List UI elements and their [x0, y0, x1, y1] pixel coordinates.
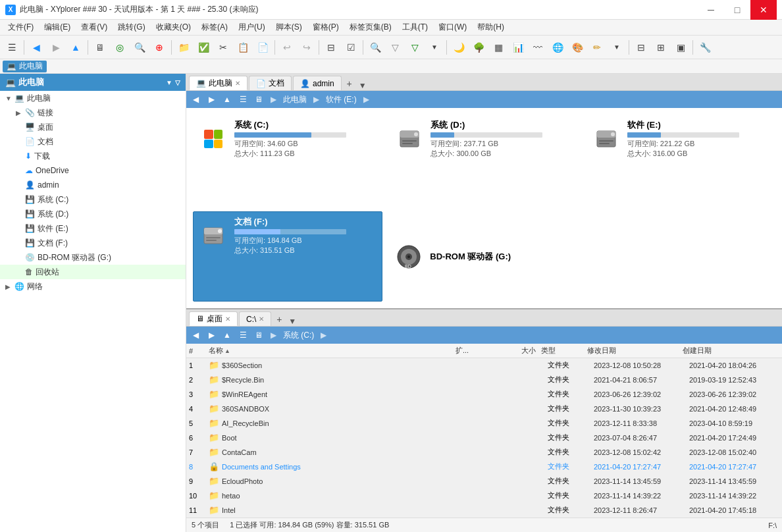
sidebar-item-network[interactable]: ▶ 🌐 网络: [0, 279, 186, 294]
tab-docs[interactable]: 📄 文档: [249, 76, 292, 90]
back-button[interactable]: ◀: [27, 38, 45, 57]
panel-button[interactable]: ⊟: [632, 38, 650, 57]
file-row-3[interactable]: 3 📁 $WinREAgent 文件夹 2023-06-26 12:39:02 …: [186, 387, 782, 402]
pen-dropdown[interactable]: ▼: [608, 38, 626, 57]
file-row-4[interactable]: 4 📁 360SANDBOX 文件夹 2023-11-30 10:39:23 2…: [186, 402, 782, 416]
sidebar-item-g[interactable]: ▶ 💿 BD-ROM 驱动器 (G:): [0, 250, 186, 265]
menubar-item-文件F[interactable]: 文件(F): [3, 20, 39, 34]
sidebar-item-downloads[interactable]: ▶ ⬇ 下载: [0, 149, 186, 163]
file-row-1[interactable]: 1 📁 $360Section 文件夹 2023-12-08 10:50:28 …: [186, 358, 782, 373]
nav-pc-button[interactable]: 🖥: [252, 93, 265, 106]
sidebar-item-desktop[interactable]: ▶ 🖥️ 桌面: [0, 120, 186, 134]
minimize-button[interactable]: ─: [698, 0, 724, 20]
sidebar-item-c[interactable]: ▶ 💾 系统 (C:): [0, 192, 186, 207]
pen-button[interactable]: ✏: [588, 38, 606, 57]
lower-tab-c[interactable]: C:\ ✕: [239, 311, 271, 326]
nav-menu-button[interactable]: ☰: [236, 93, 249, 106]
lower-nav-menu[interactable]: ☰: [236, 329, 249, 342]
sidebar-item-f[interactable]: ▶ 💾 文档 (F:): [0, 236, 186, 250]
menubar-item-用户U[interactable]: 用户(U): [233, 20, 271, 34]
file-row-8[interactable]: 8 🔒 Documents and Settings 文件夹 2021-04-2…: [186, 460, 782, 474]
path-item-e[interactable]: 软件 (E:): [325, 94, 358, 105]
folder-button[interactable]: 📁: [174, 38, 193, 57]
drive-f[interactable]: 文档 (F:) 可用空间: 184.84 GB 总大小: 315.51 GB: [193, 211, 382, 302]
file-row-10[interactable]: 10 📁 hetao 文件夹 2023-11-14 14:39:22 2023-…: [186, 489, 782, 503]
redo-button[interactable]: ↪: [298, 38, 316, 57]
undo-button[interactable]: ↩: [278, 38, 296, 57]
col-header-name[interactable]: 名称 ▲: [206, 346, 453, 356]
drive-d[interactable]: 系统 (D:) 可用空间: 237.71 GB 总大小: 300.00 GB: [389, 115, 579, 205]
sidebar-dropdown[interactable]: ▼: [166, 79, 172, 86]
preview-button[interactable]: 📊: [509, 38, 527, 57]
menubar-item-编辑E[interactable]: 编辑(E): [39, 20, 76, 34]
color-button[interactable]: 🎨: [568, 38, 586, 57]
forward-button[interactable]: ▶: [47, 38, 65, 57]
menubar-item-帮助H[interactable]: 帮助(H): [472, 20, 509, 34]
filter-button[interactable]: ▽: [386, 38, 404, 57]
tab-dropdown[interactable]: ▼: [359, 81, 367, 90]
col-header-modified[interactable]: 修改日期: [585, 346, 680, 356]
lower-tab-dropdown[interactable]: ▼: [288, 317, 296, 326]
menubar-item-跳转G[interactable]: 跳转(G): [113, 20, 150, 34]
panel3-button[interactable]: ▣: [671, 38, 690, 57]
menubar-item-收藏夹O[interactable]: 收藏夹(O): [151, 20, 196, 34]
drive-g[interactable]: BD BD-ROM 驱动器 (G:): [389, 211, 579, 302]
menu-icon[interactable]: ☰: [3, 38, 21, 57]
close-button[interactable]: ✕: [750, 0, 777, 20]
sidebar-item-onedrive[interactable]: ▶ ☁ OneDrive: [0, 163, 186, 178]
col-header-size[interactable]: 大小: [492, 346, 538, 356]
tools-button[interactable]: 🔧: [696, 38, 714, 57]
sidebar-item-d[interactable]: ▶ 💾 系统 (D:): [0, 207, 186, 221]
grid-button[interactable]: ▦: [489, 38, 508, 57]
paste-button[interactable]: 📄: [253, 38, 272, 57]
lower-nav-forward[interactable]: ▶: [205, 329, 218, 342]
drive-e[interactable]: 软件 (E:) 可用空间: 221.22 GB 总大小: 316.00 GB: [586, 115, 775, 205]
panel2-button[interactable]: ⊞: [652, 38, 670, 57]
refresh-button[interactable]: ◎: [111, 38, 129, 57]
tab-pc-close[interactable]: ✕: [235, 80, 240, 87]
tab-pc[interactable]: 💻 此电脑 ✕: [189, 76, 248, 90]
wave-button[interactable]: 〰: [529, 38, 547, 57]
nav-forward-button[interactable]: ▶: [205, 93, 218, 106]
tab-admin[interactable]: 👤 admin: [293, 76, 342, 90]
copy-button[interactable]: 📋: [234, 38, 252, 57]
maximize-button[interactable]: □: [724, 0, 750, 20]
file-row-7[interactable]: 7 📁 ContaCam 文件夹 2023-12-08 15:02:42 202…: [186, 445, 782, 460]
lower-tab-add-button[interactable]: +: [273, 313, 286, 326]
file-row-9[interactable]: 9 📁 EcloudPhoto 文件夹 2023-11-14 13:45:59 …: [186, 474, 782, 489]
lower-tab-c-close[interactable]: ✕: [259, 315, 264, 323]
menubar-item-脚本S[interactable]: 脚本(S): [271, 20, 307, 34]
menubar-item-标签A[interactable]: 标签(A): [196, 20, 233, 34]
col-header-type[interactable]: 类型: [538, 346, 585, 356]
lower-nav-up[interactable]: ▲: [221, 329, 234, 342]
sidebar-item-links[interactable]: ▶ 📎 链接: [0, 105, 186, 120]
lower-tab-desktop-close[interactable]: ✕: [225, 315, 230, 323]
sidebar-item-docs[interactable]: ▶ 📄 文档: [0, 134, 186, 149]
menubar-item-查看V[interactable]: 查看(V): [76, 20, 113, 34]
menubar-item-窗口W[interactable]: 窗口(W): [433, 20, 472, 34]
sidebar-filter[interactable]: ▽: [175, 79, 180, 86]
up-button[interactable]: ▲: [66, 38, 85, 57]
file-row-11[interactable]: 11 📁 Intel 文件夹 2023-12-11 8:26:47 2021-0…: [186, 503, 782, 518]
zoom-button[interactable]: ⊕: [150, 38, 169, 57]
file-row-6[interactable]: 6 📁 Boot 文件夹 2023-07-04 8:26:47 2021-04-…: [186, 431, 782, 445]
menubar-item-标签页集B[interactable]: 标签页集(B): [344, 20, 397, 34]
copy2-button[interactable]: ⊟: [322, 38, 340, 57]
col-header-num[interactable]: #: [186, 347, 206, 355]
file-row-5[interactable]: 5 📁 AI_RecycleBin 文件夹 2023-12-11 8:33:38…: [186, 416, 782, 431]
lower-path-c[interactable]: 系统 (C:): [282, 330, 315, 341]
menubar-item-工具T[interactable]: 工具(T): [397, 20, 433, 34]
cut-button[interactable]: ✂: [214, 38, 232, 57]
sidebar-item[interactable]: ▼ 💻 此电脑: [0, 91, 186, 105]
pc-label[interactable]: 💻 此电脑: [3, 61, 47, 72]
col-header-ext[interactable]: 扩...: [453, 346, 492, 356]
drive-c[interactable]: 系统 (C:) 可用空间: 34.60 GB 总大小: 111.23 GB: [193, 115, 382, 205]
nav-back-button[interactable]: ◀: [189, 93, 202, 106]
globe-button[interactable]: 🌐: [548, 38, 567, 57]
moon-button[interactable]: 🌙: [450, 38, 468, 57]
file-row-2[interactable]: 2 📁 $Recycle.Bin 文件夹 2021-04-21 8:06:57 …: [186, 373, 782, 387]
computer-button[interactable]: 🖥: [91, 38, 109, 57]
tree-button[interactable]: 🌳: [469, 38, 488, 57]
menubar-item-窗格P[interactable]: 窗格(P): [307, 20, 344, 34]
filter-dropdown[interactable]: ▼: [425, 38, 444, 57]
